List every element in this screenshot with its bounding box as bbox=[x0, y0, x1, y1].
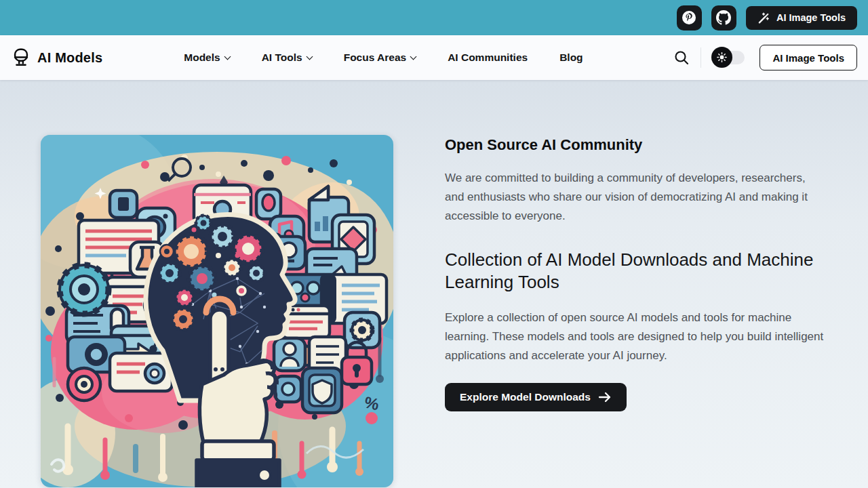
github-icon bbox=[716, 10, 731, 25]
magic-wand-icon bbox=[757, 12, 770, 24]
heading-open-source-ai-community: Open Source AI Community bbox=[445, 136, 827, 154]
paragraph-community: We are committed to building a community… bbox=[445, 169, 827, 226]
navbar: AI Models Models AI Tools Focus Areas AI… bbox=[0, 35, 868, 80]
robot-head-icon bbox=[11, 47, 31, 68]
hero-section: % Open Source AI Community We are commit… bbox=[0, 80, 868, 487]
theme-toggle-knob bbox=[711, 47, 732, 68]
paragraph-collection: Explore a collection of open source AI m… bbox=[445, 308, 827, 365]
hero-illustration-image: % bbox=[41, 135, 393, 487]
topbar: AI Image Tools bbox=[0, 0, 868, 35]
chevron-down-icon bbox=[410, 53, 417, 60]
nav-right-controls: AI Image Tools bbox=[673, 45, 857, 70]
explore-model-downloads-button[interactable]: Explore Model Downloads bbox=[445, 383, 627, 411]
explore-model-downloads-label: Explore Model Downloads bbox=[460, 391, 591, 403]
github-link[interactable] bbox=[711, 5, 736, 30]
nav-menu: Models AI Tools Focus Areas AI Communiti… bbox=[184, 52, 583, 64]
theme-toggle[interactable] bbox=[713, 50, 745, 65]
nav-item-blog[interactable]: Blog bbox=[559, 52, 583, 64]
divider bbox=[701, 47, 701, 68]
search-icon bbox=[673, 49, 690, 66]
topbar-ai-image-tools-label: AI Image Tools bbox=[776, 12, 846, 23]
sun-icon bbox=[716, 52, 728, 63]
nav-item-models[interactable]: Models bbox=[184, 52, 229, 64]
arrow-right-icon bbox=[598, 392, 612, 403]
nav-ai-image-tools-button[interactable]: AI Image Tools bbox=[760, 45, 857, 70]
brand-name: AI Models bbox=[37, 50, 102, 66]
hero-copy: Open Source AI Community We are committe… bbox=[445, 135, 827, 487]
nav-item-ai-communities[interactable]: AI Communities bbox=[448, 52, 528, 64]
page-content: % Open Source AI Community We are commit… bbox=[0, 80, 868, 488]
chevron-down-icon bbox=[306, 53, 313, 60]
nav-item-ai-tools[interactable]: AI Tools bbox=[262, 52, 312, 64]
nav-item-focus-areas[interactable]: Focus Areas bbox=[344, 52, 416, 64]
topbar-ai-image-tools-button[interactable]: AI Image Tools bbox=[746, 6, 857, 30]
chevron-down-icon bbox=[224, 53, 231, 60]
brand-logo[interactable]: AI Models bbox=[11, 47, 102, 68]
pinterest-icon bbox=[681, 9, 697, 26]
heading-collection: Collection of AI Model Downloads and Mac… bbox=[445, 249, 827, 293]
pinterest-link[interactable] bbox=[677, 5, 702, 30]
search-button[interactable] bbox=[673, 49, 690, 66]
